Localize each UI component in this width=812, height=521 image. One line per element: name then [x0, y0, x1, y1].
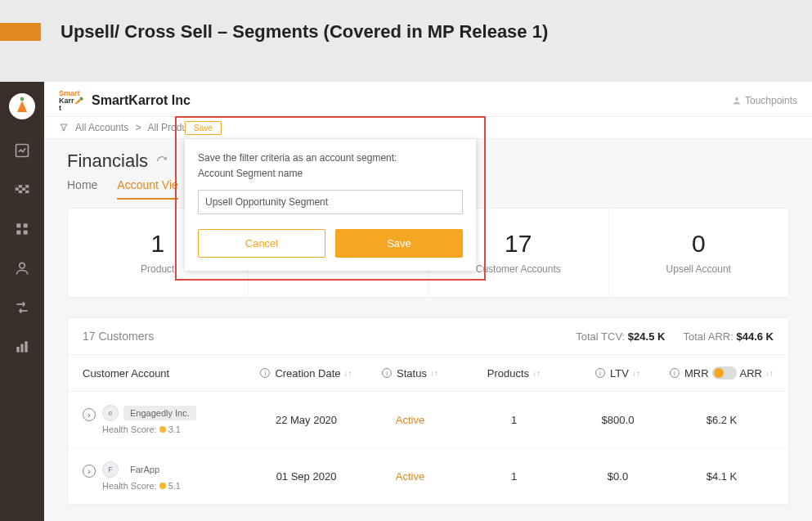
- sidebar: [0, 82, 44, 521]
- svg-rect-11: [24, 231, 28, 235]
- account-logo: F: [102, 461, 119, 478]
- th-products[interactable]: Products↓↑: [462, 367, 566, 380]
- health-score: Health Score:5.1: [102, 481, 181, 491]
- cell-ltv: $800.0: [566, 414, 670, 426]
- cell-products: 1: [462, 470, 566, 483]
- metric-label: Product: [141, 263, 174, 276]
- svg-rect-2: [16, 185, 19, 187]
- save-pill[interactable]: Save: [185, 121, 222, 135]
- cell-account: › e Engagedly Inc. Health Score:3.1: [83, 405, 254, 434]
- touchpoints-link[interactable]: Touchpoints: [732, 95, 797, 106]
- cell-ltv: $0.0: [566, 470, 670, 483]
- health-score: Health Score:3.1: [102, 424, 196, 434]
- table-row: › e Engagedly Inc. Health Score:3.1 22 M…: [68, 392, 788, 448]
- save-button[interactable]: Save: [335, 229, 463, 258]
- modal-line2: Account Segment name: [198, 166, 463, 182]
- topbar: SmartKarr🥕t SmartKarrot Inc Touchpoints: [44, 82, 812, 117]
- cell-products: 1: [462, 414, 566, 426]
- save-segment-highlight: Save Save the filter criteria as an acco…: [175, 116, 486, 281]
- segment-name-input[interactable]: [198, 190, 463, 214]
- cell-mrr-arr: $6.2 K: [670, 414, 774, 426]
- info-icon: i: [382, 368, 392, 378]
- cancel-button[interactable]: Cancel: [198, 229, 325, 258]
- health-dot-icon: [159, 426, 166, 433]
- cell-status: Active: [358, 414, 462, 426]
- carrot-icon: [17, 101, 27, 112]
- user-icon[interactable]: [14, 260, 30, 276]
- grid-icon[interactable]: [14, 221, 30, 237]
- svg-rect-7: [22, 191, 25, 193]
- svg-rect-15: [25, 341, 27, 352]
- app-frame: SmartKarr🥕t SmartKarrot Inc Touchpoints …: [0, 82, 812, 521]
- health-dot-icon: [159, 483, 166, 489]
- total-arr: Total ARR: $44.6 K: [683, 330, 774, 343]
- cell-mrr-arr: $4.1 K: [670, 470, 774, 483]
- th-status[interactable]: iStatus↓↑: [358, 367, 462, 380]
- org-name: SmartKarrot Inc: [92, 93, 191, 108]
- slide-header: Upsell/ Cross Sell – Segments (Covered i…: [0, 0, 812, 59]
- account-name[interactable]: Engagedly Inc.: [123, 406, 196, 420]
- account-name[interactable]: FarApp: [123, 462, 166, 477]
- svg-rect-3: [22, 185, 25, 187]
- table-totals: Total TCV: $24.5 K Total ARR: $44.6 K: [576, 330, 774, 343]
- sort-icon: ↓↑: [765, 369, 774, 378]
- svg-rect-13: [16, 347, 19, 353]
- cell-account: › F FarApp Health Score:5.1: [83, 461, 254, 491]
- table-header: Customer Account iCreation Date↓↑ iStatu…: [68, 355, 788, 392]
- table-summary: 17 Customers: [83, 330, 154, 343]
- flow-icon[interactable]: [14, 299, 30, 316]
- cell-status: Active: [358, 470, 462, 483]
- cell-creation: 22 May 2020: [254, 414, 358, 426]
- save-segment-modal: Save the filter criteria as an account s…: [185, 139, 476, 271]
- tab-home[interactable]: Home: [67, 178, 97, 200]
- th-creation[interactable]: iCreation Date↓↑: [254, 367, 358, 380]
- expand-icon[interactable]: ›: [83, 408, 96, 421]
- filter-icon[interactable]: [59, 123, 69, 132]
- modal-line1: Save the filter criteria as an account s…: [198, 150, 463, 166]
- th-mrr-arr[interactable]: i MRR ARR ↓↑: [670, 366, 774, 380]
- section-title: Financials: [67, 150, 148, 172]
- svg-rect-8: [16, 223, 20, 227]
- total-tcv: Total TCV: $24.5 K: [576, 330, 665, 343]
- metric-upsell: 0 Upsell Account: [609, 209, 789, 297]
- metric-label: Customer Accounts: [476, 263, 561, 276]
- svg-rect-9: [24, 223, 28, 227]
- main-panel: SmartKarr🥕t SmartKarrot Inc Touchpoints …: [44, 82, 812, 521]
- sort-icon: ↓↑: [632, 369, 640, 378]
- tab-account-view[interactable]: Account Vie: [117, 178, 177, 200]
- sort-icon: ↓↑: [532, 369, 541, 378]
- info-icon: i: [260, 368, 270, 378]
- svg-rect-6: [16, 191, 19, 193]
- metric-value: 17: [505, 230, 532, 258]
- svg-rect-5: [25, 188, 29, 191]
- refresh-icon[interactable]: [156, 155, 168, 167]
- metric-label: Upsell Account: [666, 263, 731, 276]
- customers-table: 17 Customers Total TCV: $24.5 K Total AR…: [67, 317, 789, 505]
- table-row: › F FarApp Health Score:5.1 01 Sep 2020 …: [68, 448, 788, 505]
- cell-creation: 01 Sep 2020: [254, 470, 358, 483]
- expand-icon[interactable]: ›: [83, 465, 96, 478]
- table-summary-row: 17 Customers Total TCV: $24.5 K Total AR…: [68, 318, 788, 355]
- analytics-icon[interactable]: [14, 142, 30, 159]
- th-ltv[interactable]: iLTV↓↑: [566, 367, 670, 380]
- sort-icon: ↓↑: [430, 369, 438, 378]
- checkered-flag-icon[interactable]: [14, 182, 30, 198]
- touchpoints-icon: [732, 96, 742, 106]
- modal-buttons: Cancel Save: [198, 229, 463, 258]
- brand-mini-logo: SmartKarr🥕t: [59, 90, 83, 111]
- bar-chart-icon[interactable]: [14, 339, 30, 355]
- th-account[interactable]: Customer Account: [83, 367, 254, 380]
- svg-rect-14: [20, 344, 23, 353]
- breadcrumb-sep: >: [135, 122, 141, 133]
- svg-rect-4: [19, 188, 22, 191]
- brand-logo[interactable]: [9, 93, 35, 119]
- info-icon: i: [670, 368, 680, 378]
- mrr-arr-toggle[interactable]: [712, 366, 737, 380]
- svg-rect-10: [16, 231, 20, 235]
- account-logo: e: [102, 405, 119, 421]
- svg-point-16: [735, 97, 738, 101]
- slide-title: Upsell/ Cross Sell – Segments (Covered i…: [61, 21, 548, 43]
- metric-value: 0: [692, 230, 706, 258]
- breadcrumb-a[interactable]: All Accounts: [75, 122, 128, 133]
- metric-value: 1: [150, 230, 164, 258]
